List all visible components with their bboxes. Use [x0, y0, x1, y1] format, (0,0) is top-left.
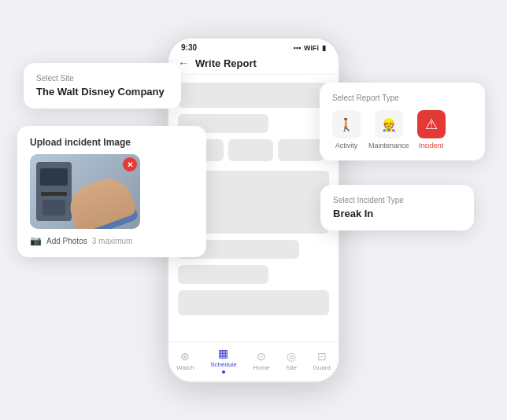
skeleton-1	[178, 83, 329, 108]
incident-icon: ⚠	[425, 116, 438, 133]
upload-card-label: Upload incident Image	[30, 137, 194, 148]
activity-label: Activity	[335, 142, 358, 149]
incident-type-card-label: Select Incident Type	[333, 196, 461, 204]
card-select-site[interactable]: Select Site The Walt Disney Company	[24, 63, 181, 109]
report-type-options: 🚶 Activity 👷 Maintenance ⚠ Incident	[332, 110, 472, 149]
schedule-icon: ▦	[218, 347, 228, 359]
camera-icon: 📷	[30, 235, 42, 246]
card-incident-type[interactable]: Select Incident Type Break In	[320, 185, 474, 230]
maintenance-icon: 👷	[381, 117, 397, 132]
nav-schedule-label: Schedule	[210, 361, 236, 368]
nav-guard-label: Guard	[313, 364, 330, 371]
skeleton-5	[278, 139, 324, 161]
card-report-type: Select Report Type 🚶 Activity 👷 Maintena…	[320, 83, 485, 160]
battery-icon: ▮	[322, 44, 326, 52]
nav-watch-label: Watch	[176, 364, 194, 371]
report-type-maintenance[interactable]: 👷 Maintenance	[368, 110, 409, 149]
nav-guard[interactable]: ⊡ Guard	[313, 350, 330, 371]
report-type-card-label: Select Report Type	[332, 94, 472, 102]
status-bar: 9:30 ▪▪▪ WiFi ▮	[168, 39, 339, 53]
maintenance-label: Maintenance	[368, 142, 409, 149]
upload-image-area[interactable]: ✕	[30, 154, 140, 229]
incident-type-card-value: Break In	[333, 208, 461, 219]
nav-schedule[interactable]: ▦ Schedule	[210, 347, 236, 374]
nav-watch[interactable]: ⊛ Watch	[176, 350, 194, 371]
signal-icon: ▪▪▪	[294, 44, 302, 52]
screen-title: Write Report	[195, 57, 257, 69]
status-time: 9:30	[181, 43, 197, 52]
add-photos-label[interactable]: Add Photos	[46, 237, 87, 245]
skeleton-4	[228, 139, 274, 161]
nav-site-label: Site	[286, 364, 297, 371]
upload-footer: 📷 Add Photos 3 maximum	[30, 235, 194, 246]
remove-image-button[interactable]: ✕	[123, 157, 137, 171]
wifi-icon: WiFi	[304, 44, 319, 52]
incident-label: Incident	[419, 142, 444, 149]
watch-icon: ⊛	[180, 350, 190, 363]
activity-icon-wrap: 🚶	[332, 110, 361, 138]
atm-keypad	[43, 200, 65, 216]
bottom-nav: ⊛ Watch ▦ Schedule ⊙ Home ◎ Site ⊡ Guard	[168, 341, 339, 381]
maintenance-icon-wrap: 👷	[375, 110, 403, 138]
site-card-label: Select Site	[36, 74, 168, 83]
max-photos-label: 3 maximum	[92, 237, 133, 245]
atm-machine	[36, 162, 72, 221]
site-icon: ◎	[287, 350, 296, 363]
report-type-incident[interactable]: ⚠ Incident	[417, 110, 446, 149]
active-indicator	[222, 370, 225, 374]
site-card-value: The Walt Disney Company	[36, 86, 168, 98]
back-button[interactable]: ←	[178, 57, 189, 69]
report-type-activity[interactable]: 🚶 Activity	[332, 110, 361, 149]
screen-header: ← Write Report	[168, 53, 339, 75]
nav-home-label: Home	[253, 364, 269, 371]
atm-slot	[41, 192, 67, 196]
skeleton-7	[178, 265, 268, 284]
skeleton-8	[178, 290, 329, 315]
card-upload-image: Upload incident Image ✕ 📷 Add Photos 3 m…	[17, 126, 206, 257]
activity-icon: 🚶	[339, 117, 354, 132]
nav-site[interactable]: ◎ Site	[286, 350, 297, 371]
guard-icon: ⊡	[317, 350, 327, 363]
incident-icon-wrap: ⚠	[417, 110, 446, 138]
atm-screen	[40, 168, 68, 186]
nav-home[interactable]: ⊙ Home	[253, 350, 269, 371]
home-icon: ⊙	[257, 350, 266, 363]
